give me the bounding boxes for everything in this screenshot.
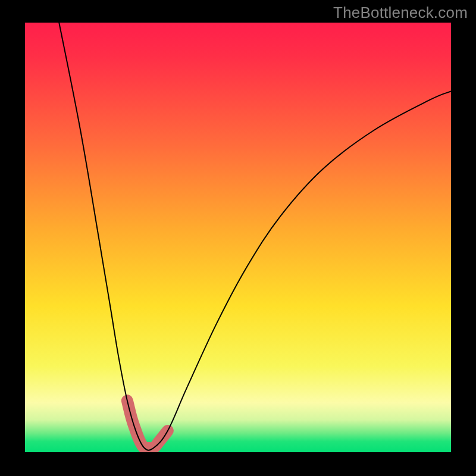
chart-svg: [0, 0, 476, 476]
watermark-text: TheBottleneck.com: [333, 4, 468, 22]
plot-background: [25, 23, 451, 452]
chart-stage: TheBottleneck.com: [0, 0, 476, 476]
